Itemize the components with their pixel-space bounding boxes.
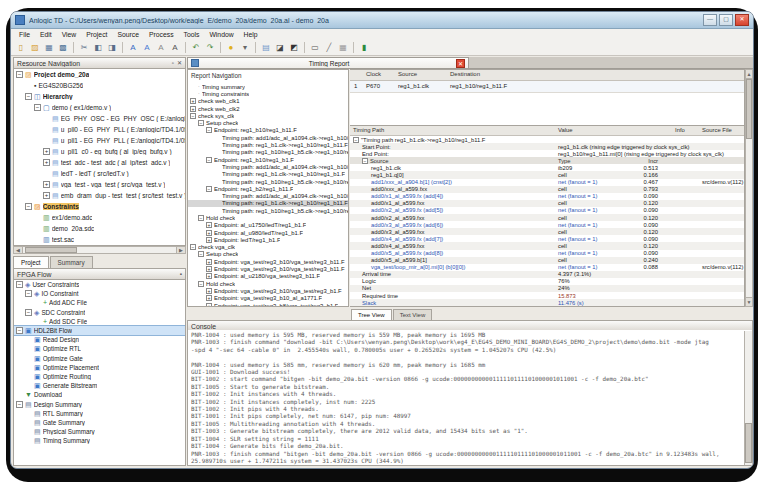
- timing-path-row[interactable]: add0/x1_al_a599.fx (add[4])net (fanout =…: [350, 193, 744, 200]
- tab-timing-report[interactable]: Timing Report ✕: [187, 57, 469, 68]
- project-tree-item[interactable]: +▥demo_20a.sdc: [14, 223, 185, 234]
- path-summary-row[interactable]: 1 P670 reg1_b1.clk reg1_b10/reg1_b11.F: [350, 81, 744, 93]
- close-button[interactable]: ✕: [735, 14, 749, 26]
- report-nav-item[interactable]: +Endpoint: vga_test/reg3_b10/vga_test/re…: [188, 265, 348, 272]
- expander-icon[interactable]: −: [206, 157, 212, 163]
- edit-pen-icon[interactable]: ╱: [323, 42, 335, 54]
- run-icon[interactable]: ●: [225, 42, 237, 54]
- expander-icon[interactable]: +: [206, 237, 212, 243]
- console-vscrollbar[interactable]: [744, 331, 752, 465]
- report-nav-item[interactable]: +Timing path: reg1_b10/reg1_b5.clk->reg1…: [188, 178, 348, 185]
- timing-path-row[interactable]: reg1_b1.q[0]cell0.166: [350, 171, 744, 178]
- report-nav-item[interactable]: +Endpoint: vga_test/reg3_b10/vga_test/re…: [188, 258, 348, 265]
- console-output[interactable]: PNR-1004 : used memory is 595 MB, reserv…: [187, 330, 753, 466]
- flow-item[interactable]: −◈SDC Constraint: [14, 308, 185, 317]
- undo-icon[interactable]: ↶: [190, 42, 202, 54]
- flow-item[interactable]: +▤Physical Summary: [14, 427, 185, 436]
- report-nav-item[interactable]: +check web_clk1: [188, 98, 348, 105]
- expander-icon[interactable]: +: [43, 181, 50, 188]
- flow-item[interactable]: −▤Design Summary: [14, 399, 185, 408]
- menu-tools[interactable]: Tools: [179, 31, 205, 38]
- timing-path-row[interactable]: add1/xxx_al_a904.b[1] (cnst[2])net (fano…: [350, 179, 744, 186]
- col-source[interactable]: Source: [398, 71, 417, 77]
- font-icon[interactable]: A: [169, 42, 181, 54]
- flow-item[interactable]: +▣Optimize Placement: [14, 363, 185, 372]
- report-nav-item[interactable]: −Endpoint: reg1_b2/reg1_b11.F: [188, 185, 348, 192]
- menu-process[interactable]: Process: [144, 31, 179, 38]
- col-info[interactable]: Info: [675, 127, 685, 133]
- timing-path-row[interactable]: vga_test/loop_mir_a[0].mi[0] (b[0][0])ne…: [350, 264, 744, 271]
- project-tree-item[interactable]: −◫Hierarchy: [14, 91, 185, 102]
- zoom-fit-icon[interactable]: A: [127, 42, 139, 54]
- expander-icon[interactable]: +: [206, 266, 212, 272]
- timing-path-row[interactable]: add0/x1_al_a599.fxxcell0.120: [350, 200, 744, 207]
- report-nav-item[interactable]: −Hold check: [188, 214, 348, 221]
- project-tree-item[interactable]: +▪EG4S20BG256: [14, 80, 185, 91]
- report-nav-item[interactable]: −Setup check: [188, 119, 348, 126]
- report-nav-item[interactable]: +·Timing summary: [188, 83, 348, 90]
- report-nav-item[interactable]: −Endpoint: reg1_b10/reg1_b1.F: [188, 156, 348, 163]
- project-tree-item[interactable]: +▤emb_dram_dup - test_test ( src/test_te…: [14, 190, 185, 201]
- flow-item[interactable]: +▼Download: [14, 390, 185, 399]
- project-tree-hscrollbar[interactable]: ◀ ▶: [13, 246, 186, 254]
- flow-item[interactable]: ++Add ADC File: [14, 298, 185, 307]
- menu-help[interactable]: Help: [239, 31, 263, 38]
- tab-text-view[interactable]: Text View: [393, 309, 433, 320]
- zoom-out-icon[interactable]: A: [155, 42, 167, 54]
- report-nav-item[interactable]: −Hold check: [188, 280, 348, 287]
- report-nav-item[interactable]: +Endpoint: al_u1750/ledT/reg1_b1.F: [188, 222, 348, 229]
- timing-path-row[interactable]: Arrival time4.397 (3.1%): [350, 271, 744, 278]
- timing-path-row[interactable]: add0/x3_al_a599.fxxcell0.120: [350, 228, 744, 235]
- expander-icon[interactable]: +: [206, 273, 212, 279]
- report-nav-item[interactable]: +Timing path: reg1_b10/reg1_b5.clk->reg1…: [188, 207, 348, 214]
- menu-source[interactable]: Source: [112, 31, 144, 38]
- console-vscroll-thumb[interactable]: [745, 423, 752, 463]
- flow-item[interactable]: +▤RTL Summary: [14, 409, 185, 418]
- timing-path-row[interactable]: End Point:reg1_b10/reg1_b11.mi[0] (risin…: [350, 150, 744, 157]
- flow-item[interactable]: +▣Read Design: [14, 335, 185, 344]
- expander-icon[interactable]: +: [43, 192, 50, 199]
- timing-path-row[interactable]: Required time15.873: [350, 292, 744, 299]
- expander-icon[interactable]: −: [198, 120, 204, 126]
- project-tree-item[interactable]: +▤u_pll1 - EG_PHY_PLL ( E:/anlogic/TD4.1…: [14, 135, 185, 146]
- project-tree-item[interactable]: −▨Project demo_20a: [14, 69, 185, 80]
- cut-icon[interactable]: ✂: [78, 42, 90, 54]
- synthesize-icon[interactable]: ◪: [274, 42, 286, 54]
- report-nav-item[interactable]: +·Timing constraints: [188, 90, 348, 97]
- report-nav-item[interactable]: +Timing path: add1/adc_al_a1094.clk->reg…: [188, 192, 348, 199]
- report-nav-item[interactable]: +Timing path: add1/adc_al_a1094.clk->reg…: [188, 163, 348, 170]
- open-file-icon[interactable]: ▨: [29, 42, 41, 54]
- tab-project[interactable]: Project: [13, 256, 49, 268]
- zoom-in-icon[interactable]: A: [141, 42, 153, 54]
- project-tree-item[interactable]: −▢demo ( ex1/demo.v ): [14, 102, 185, 113]
- timing-path-row[interactable]: Slack11.476 (s): [350, 299, 744, 306]
- pin-icon[interactable]: ▪: [180, 269, 182, 279]
- timing-path-row[interactable]: Start Point:reg1_b1.clk (rising edge tri…: [350, 143, 744, 150]
- flow-item[interactable]: −◈User Constraints: [14, 280, 185, 289]
- report-nav-item[interactable]: −Setup check: [188, 251, 348, 258]
- timing-path-row[interactable]: add0/x2_al_a599.fxxcell0.120: [350, 214, 744, 221]
- timing-path-row[interactable]: reg1_b1.clkib2090.513: [350, 164, 744, 171]
- report-nav-item[interactable]: −check sys_clk: [188, 112, 348, 119]
- report-nav-item[interactable]: +Endpoint: vga_test/reg3_b10/vga_test/re…: [188, 287, 348, 294]
- new-file-icon[interactable]: ▯: [15, 42, 27, 54]
- maximize-button[interactable]: ▢: [719, 14, 733, 26]
- flow-item[interactable]: −◈IO Constraint: [14, 289, 185, 298]
- expander-icon[interactable]: −: [353, 137, 359, 143]
- expander-icon[interactable]: −: [362, 158, 368, 164]
- project-tree-item[interactable]: +▤u_pll0 - EG_PHY_PLL ( E:/anlogic/TD4.1…: [14, 124, 185, 135]
- expander-icon[interactable]: +: [190, 98, 196, 104]
- report-nav-item[interactable]: +Timing path: reg1_b1.clk->reg1_b10/reg1…: [188, 171, 348, 178]
- expander-icon[interactable]: +: [43, 159, 50, 166]
- timing-path-row[interactable]: Logic76%: [350, 278, 744, 285]
- project-tree-item[interactable]: +▤ledT - ledT ( src/ledT.v ): [14, 168, 185, 179]
- project-tree-item[interactable]: +▥test.sac: [14, 234, 185, 245]
- report-nav-item[interactable]: −Endpoint: reg1_b10/reg1_b11.F: [188, 127, 348, 134]
- editor-vscrollbar[interactable]: ▲ ▼: [745, 69, 753, 307]
- expander-icon[interactable]: +: [206, 288, 212, 294]
- paste-icon[interactable]: ◨: [106, 42, 118, 54]
- report-nav-item[interactable]: +Endpoint: vga_test/reg3_b10_al_a1771.F: [188, 295, 348, 302]
- scroll-right-icon[interactable]: ▶: [176, 247, 185, 253]
- flow-item[interactable]: +▣Optimize RTL: [14, 344, 185, 353]
- place-route-icon[interactable]: ◩: [288, 42, 300, 54]
